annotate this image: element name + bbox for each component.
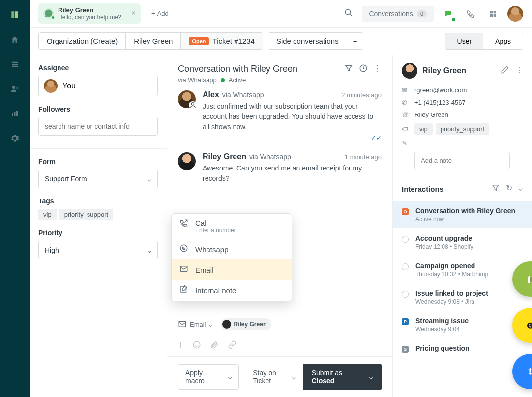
attachment-icon[interactable]: [210, 340, 219, 351]
channel-option-email[interactable]: Email: [172, 259, 292, 280]
channel-option-call[interactable]: CallEnter a number: [172, 214, 292, 239]
interaction-marker: O: [402, 208, 409, 215]
svg-point-15: [191, 103, 194, 105]
message: Alexvia Whatsapp2 minutes ago Just confi…: [178, 90, 382, 142]
toggle-apps[interactable]: Apps: [483, 33, 523, 49]
interaction-item[interactable]: OConversation with Riley GreenActive now: [393, 201, 532, 228]
conversation-title: Conversation with Riley Green: [178, 64, 297, 74]
toggle-user[interactable]: User: [445, 33, 484, 49]
interaction-item[interactable]: Account upgradeFriday 12:08 • Shopify: [393, 228, 532, 256]
apply-macro-button[interactable]: Apply macro⌵: [178, 364, 239, 390]
svg-rect-13: [494, 14, 496, 16]
chevron-down-icon: ⌵: [369, 373, 373, 381]
apps-grid-icon[interactable]: [485, 5, 502, 22]
recipient-chip[interactable]: Riley Green: [221, 318, 272, 330]
phone-icon: ✆: [402, 99, 410, 106]
add-note-input[interactable]: [414, 152, 510, 169]
logo: [9, 9, 21, 21]
tabs-row: Organization (Create) Riley Green OpenTi…: [30, 28, 532, 55]
add-side-conversation[interactable]: +: [347, 33, 363, 49]
form-select[interactable]: Support Form⌵: [38, 170, 158, 188]
mail-icon: [179, 264, 188, 275]
channel-option-whatsapp[interactable]: Whatsapp: [172, 239, 292, 259]
chip-name: Riley Green: [58, 6, 121, 14]
tab-side-conversations[interactable]: Side conversations: [268, 33, 347, 49]
svg-rect-6: [12, 113, 13, 116]
svg-point-24: [529, 326, 532, 328]
mailchimp-app-icon[interactable]: [512, 308, 532, 343]
assignee-field[interactable]: You: [38, 76, 158, 96]
svg-rect-11: [494, 11, 496, 13]
search-icon[interactable]: [341, 5, 356, 22]
followers-input[interactable]: [38, 117, 158, 136]
more-icon[interactable]: ⋮: [515, 65, 523, 76]
conversation-tab-chip[interactable]: Riley Green Hello, can you help me? ×: [38, 3, 141, 24]
channel-option-note[interactable]: Internal note: [172, 280, 292, 301]
tag-chip[interactable]: vip: [38, 209, 57, 220]
edit-icon[interactable]: [501, 65, 509, 76]
link-icon[interactable]: [228, 340, 236, 351]
views-icon[interactable]: [9, 59, 20, 70]
svg-point-21: [527, 323, 532, 329]
nav-rail: [0, 0, 30, 397]
svg-rect-2: [12, 66, 18, 67]
chevron-down-icon[interactable]: ⌵: [518, 183, 523, 194]
settings-icon[interactable]: [9, 133, 20, 143]
interaction-item[interactable]: SPricing question: [393, 339, 532, 359]
svg-point-22: [529, 324, 530, 325]
priority-select[interactable]: High⌵: [38, 241, 158, 259]
close-icon[interactable]: ×: [131, 9, 136, 18]
filter-icon[interactable]: [344, 64, 353, 75]
submit-button[interactable]: Submit as Closed⌵: [303, 364, 382, 390]
svg-point-3: [12, 86, 15, 89]
home-icon[interactable]: [9, 34, 20, 45]
tab-contact[interactable]: Riley Green: [126, 33, 181, 49]
svg-rect-10: [490, 11, 493, 13]
interaction-item[interactable]: Campaign openedThursday 10:32 • Mailchim…: [393, 256, 532, 284]
more-icon[interactable]: ⋮: [374, 64, 382, 75]
interaction-item[interactable]: PStreaming issueWednesday 9:04: [393, 311, 532, 339]
reply-channel-select[interactable]: Email ⌵: [178, 320, 213, 329]
svg-point-23: [530, 324, 531, 325]
tab-ticket[interactable]: OpenTicket #1234: [181, 33, 262, 49]
tab-organization[interactable]: Organization (Create): [39, 33, 126, 49]
topbar: Riley Green Hello, can you help me? × +A…: [30, 0, 532, 28]
filter-icon[interactable]: [491, 183, 500, 194]
reports-icon[interactable]: [9, 108, 20, 119]
followers-label: Followers: [38, 105, 158, 113]
whatsapp-icon: [179, 244, 188, 255]
svg-rect-0: [12, 62, 18, 63]
interactions-heading: Interactions: [402, 185, 443, 193]
phone-icon[interactable]: [462, 5, 479, 22]
channel-menu: CallEnter a number Whatsapp Email Intern…: [171, 213, 292, 301]
active-dot: [221, 78, 225, 82]
agent-badge-icon: [189, 101, 197, 109]
stay-on-ticket-button[interactable]: Stay on Ticket⌵: [253, 369, 296, 385]
interaction-item[interactable]: Issue linked to projectWednesday 9:08 • …: [393, 284, 532, 311]
chevron-down-icon: ⌵: [228, 373, 232, 381]
shopify-app-icon[interactable]: [512, 261, 532, 297]
assignee-label: Assignee: [38, 64, 158, 72]
conversation-panel: Conversation with Riley Green via Whatsa…: [167, 55, 392, 397]
text-format-icon[interactable]: T: [178, 340, 183, 351]
svg-rect-1: [12, 64, 18, 65]
mail-icon: ✉: [402, 86, 410, 94]
refresh-icon[interactable]: ↻: [506, 183, 512, 194]
emoji-icon[interactable]: [192, 340, 201, 351]
add-button[interactable]: +Add: [147, 7, 174, 20]
tag-chip[interactable]: priority_support: [59, 209, 114, 220]
history-icon[interactable]: [359, 64, 368, 75]
chip-snippet: Hello, can you help me?: [58, 14, 121, 21]
profile-avatar[interactable]: [507, 6, 523, 22]
customers-icon[interactable]: [9, 84, 20, 94]
svg-rect-5: [16, 88, 19, 89]
interaction-marker: [402, 263, 409, 270]
note-icon: [179, 285, 188, 296]
tags-field[interactable]: vip priority_support: [38, 209, 158, 220]
tag-icon: 🏷: [402, 125, 410, 133]
whatsapp-icon: [43, 8, 54, 19]
chat-icon[interactable]: [440, 5, 456, 22]
jira-app-icon[interactable]: [512, 354, 532, 389]
priority-label: Priority: [38, 229, 158, 237]
conversations-button[interactable]: Conversations0: [362, 6, 434, 22]
